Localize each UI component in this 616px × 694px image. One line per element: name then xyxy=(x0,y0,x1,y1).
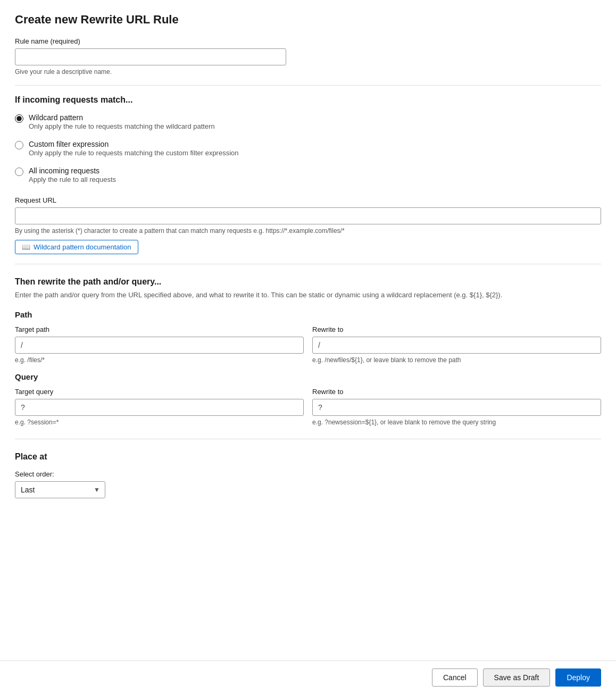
radio-all-title: All incoming requests xyxy=(29,166,116,175)
divider-2 xyxy=(15,264,601,264)
wildcard-pattern-doc-button[interactable]: 📖 Wildcard pattern documentation xyxy=(15,240,138,254)
target-path-prefix: / xyxy=(15,337,26,353)
rewrite-query-col: Rewrite to ? e.g. ?newsession=${1}, or l… xyxy=(312,388,601,426)
radio-wildcard[interactable] xyxy=(15,114,23,123)
target-path-help: e.g. /files/* xyxy=(15,356,304,364)
rewrite-path-label: Rewrite to xyxy=(312,325,601,333)
target-query-prefix: ? xyxy=(15,399,28,415)
radio-wildcard-desc: Only apply the rule to requests matching… xyxy=(29,122,215,130)
query-two-col: Target query ? e.g. ?session=* Rewrite t… xyxy=(15,388,601,426)
target-query-label: Target query xyxy=(15,388,304,396)
divider-3 xyxy=(15,439,601,439)
page-title: Create new Rewrite URL Rule xyxy=(15,13,601,27)
rewrite-section-desc: Enter the path and/or query from the URL… xyxy=(15,290,601,300)
rewrite-query-input[interactable] xyxy=(326,399,601,415)
rule-name-help: Give your rule a descriptive name. xyxy=(15,68,601,76)
rule-name-label: Rule name (required) xyxy=(15,37,601,45)
target-path-input[interactable] xyxy=(26,337,303,353)
save-draft-button[interactable]: Save as Draft xyxy=(483,668,551,687)
rewrite-path-help: e.g. /newfiles/${1}, or leave blank to r… xyxy=(312,356,601,364)
request-url-help: By using the asterisk (*) character to c… xyxy=(15,227,601,235)
target-path-input-wrapper: / xyxy=(15,337,304,354)
wildcard-btn-label: Wildcard pattern documentation xyxy=(34,243,131,251)
radio-custom-desc: Only apply the rule to requests matching… xyxy=(29,149,239,157)
rewrite-section-heading: Then rewrite the path and/or query... xyxy=(15,277,601,287)
rewrite-path-input[interactable] xyxy=(323,337,601,353)
select-order-wrapper: Last First Custom ▼ xyxy=(15,481,105,498)
book-icon: 📖 xyxy=(22,243,30,251)
radio-all[interactable] xyxy=(15,168,23,176)
radio-custom-title: Custom filter expression xyxy=(29,140,239,148)
place-at-heading: Place at xyxy=(15,452,601,462)
rule-name-input[interactable] xyxy=(15,48,286,65)
rewrite-query-help: e.g. ?newsession=${1}, or leave blank to… xyxy=(312,419,601,426)
target-query-col: Target query ? e.g. ?session=* xyxy=(15,388,304,426)
rewrite-path-prefix: / xyxy=(313,337,323,353)
path-subsection-heading: Path xyxy=(15,310,601,319)
rewrite-query-input-wrapper: ? xyxy=(312,399,601,416)
rewrite-path-input-wrapper: / xyxy=(312,337,601,354)
match-radio-group: Wildcard pattern Only apply the rule to … xyxy=(15,113,601,183)
select-order-label: Select order: xyxy=(15,470,601,478)
place-at-section: Place at Select order: Last First Custom… xyxy=(15,452,601,498)
request-url-label: Request URL xyxy=(15,196,601,204)
radio-item-custom[interactable]: Custom filter expression Only apply the … xyxy=(15,140,601,157)
rewrite-query-label: Rewrite to xyxy=(312,388,601,396)
select-order[interactable]: Last First Custom xyxy=(15,481,105,498)
cancel-button[interactable]: Cancel xyxy=(432,668,478,687)
target-path-label: Target path xyxy=(15,325,304,333)
footer-actions: Cancel Save as Draft Deploy xyxy=(0,660,616,694)
target-query-input[interactable] xyxy=(28,399,303,415)
path-two-col: Target path / e.g. /files/* Rewrite to /… xyxy=(15,325,601,364)
target-path-col: Target path / e.g. /files/* xyxy=(15,325,304,364)
radio-item-all[interactable]: All incoming requests Apply the rule to … xyxy=(15,166,601,183)
target-query-help: e.g. ?session=* xyxy=(15,419,304,426)
deploy-button[interactable]: Deploy xyxy=(555,668,601,687)
radio-all-desc: Apply the rule to all requests xyxy=(29,175,116,183)
query-subsection-heading: Query xyxy=(15,372,601,381)
match-section-heading: If incoming requests match... xyxy=(15,95,601,105)
radio-custom[interactable] xyxy=(15,141,23,149)
request-url-input[interactable] xyxy=(15,207,601,224)
divider-1 xyxy=(15,85,601,86)
radio-item-wildcard[interactable]: Wildcard pattern Only apply the rule to … xyxy=(15,113,601,130)
rewrite-path-col: Rewrite to / e.g. /newfiles/${1}, or lea… xyxy=(312,325,601,364)
radio-wildcard-title: Wildcard pattern xyxy=(29,113,215,122)
rewrite-query-prefix: ? xyxy=(313,399,326,415)
target-query-input-wrapper: ? xyxy=(15,399,304,416)
